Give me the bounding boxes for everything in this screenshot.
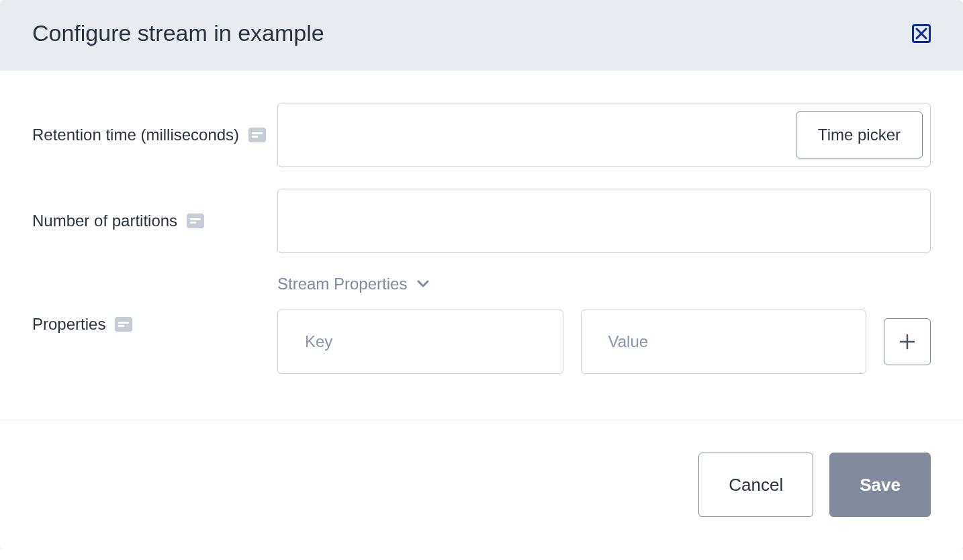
retention-row: Retention time (milliseconds) Time picke… (32, 103, 931, 167)
property-value-input[interactable] (581, 310, 867, 374)
partitions-input[interactable] (277, 189, 931, 253)
modal-body: Retention time (milliseconds) Time picke… (0, 71, 963, 420)
time-picker-button[interactable]: Time picker (796, 111, 923, 158)
info-icon[interactable] (115, 317, 132, 332)
stream-properties-toggle-label: Stream Properties (277, 275, 407, 293)
properties-label-col: Properties (32, 313, 277, 336)
partitions-input-col (277, 189, 931, 253)
partitions-label: Number of partitions (32, 209, 177, 232)
property-key-input[interactable] (277, 310, 563, 374)
property-kv-row (277, 310, 931, 374)
modal-footer: Cancel Save (0, 420, 963, 549)
close-button[interactable] (912, 24, 931, 43)
info-icon[interactable] (187, 214, 204, 228)
modal-header: Configure stream in example (0, 0, 963, 71)
properties-label: Properties (32, 313, 105, 336)
properties-row: Properties Stream Properties (32, 275, 931, 374)
add-property-button[interactable] (884, 318, 931, 365)
save-button[interactable]: Save (829, 453, 931, 517)
retention-input-wrap: Time picker (277, 103, 931, 167)
partitions-row: Number of partitions (32, 189, 931, 253)
stream-properties-toggle[interactable]: Stream Properties (277, 275, 931, 293)
close-icon (915, 28, 927, 40)
chevron-down-icon (416, 279, 430, 289)
properties-input-col: Stream Properties (277, 275, 931, 374)
info-icon[interactable] (248, 128, 266, 142)
partitions-label-col: Number of partitions (32, 209, 277, 232)
retention-label: Retention time (milliseconds) (32, 124, 239, 146)
cancel-button[interactable]: Cancel (698, 453, 813, 517)
plus-icon (898, 332, 917, 351)
retention-input-col: Time picker (277, 103, 931, 167)
modal-title: Configure stream in example (32, 20, 324, 46)
configure-stream-modal: Configure stream in example Retention ti… (0, 0, 963, 549)
retention-label-col: Retention time (milliseconds) (32, 124, 277, 146)
